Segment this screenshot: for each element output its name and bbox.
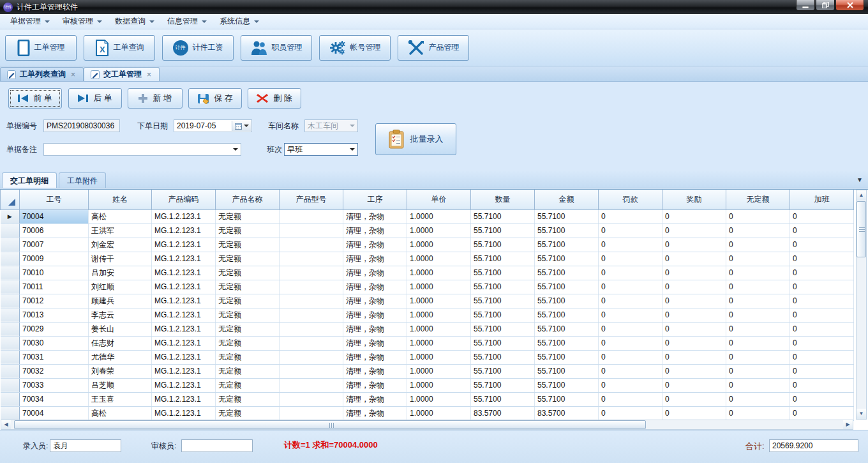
table-cell[interactable]: 55.7100: [535, 224, 599, 238]
table-cell[interactable]: 0: [726, 224, 790, 238]
table-cell[interactable]: [280, 350, 343, 364]
remark-combobox[interactable]: [43, 143, 241, 156]
table-cell[interactable]: 0: [726, 308, 790, 322]
table-cell[interactable]: 70013: [20, 308, 89, 322]
table-cell[interactable]: 0: [662, 224, 726, 238]
table-cell[interactable]: [280, 252, 343, 266]
table-cell[interactable]: 王玉喜: [89, 392, 152, 406]
table-cell[interactable]: 1.0000: [407, 294, 471, 308]
table-cell[interactable]: 70004: [20, 406, 89, 420]
column-header[interactable]: 姓名: [89, 190, 152, 209]
table-cell[interactable]: 0: [599, 392, 662, 406]
tab-work-order-attachment[interactable]: 工单附件: [59, 172, 106, 188]
table-cell[interactable]: 0: [599, 350, 662, 364]
menu-order-management[interactable]: 单据管理: [4, 14, 56, 29]
table-cell[interactable]: 55.7100: [535, 392, 599, 406]
scroll-right-button[interactable]: ▶: [843, 420, 853, 429]
table-cell[interactable]: 1.0000: [407, 392, 471, 406]
table-cell[interactable]: [280, 308, 343, 322]
row-selector[interactable]: [1, 266, 20, 280]
row-selector[interactable]: [1, 238, 20, 252]
table-cell[interactable]: MG.1.2.123.1: [152, 336, 216, 350]
table-cell[interactable]: [280, 294, 343, 308]
table-cell[interactable]: 吕芝顺: [89, 378, 152, 392]
table-cell[interactable]: 0: [599, 266, 662, 280]
table-cell[interactable]: [280, 209, 343, 224]
workshop-select[interactable]: 木工车间: [304, 119, 358, 132]
table-cell[interactable]: [280, 280, 343, 294]
menu-info-management[interactable]: 信息管理: [161, 14, 213, 29]
table-cell[interactable]: MG.1.2.123.1: [152, 238, 216, 252]
table-cell[interactable]: 55.7100: [535, 252, 599, 266]
table-cell[interactable]: 55.7100: [535, 294, 599, 308]
table-cell[interactable]: 1.0000: [407, 238, 471, 252]
table-cell[interactable]: 李志云: [89, 308, 152, 322]
table-cell[interactable]: 0: [662, 336, 726, 350]
table-cell[interactable]: 1.0000: [407, 350, 471, 364]
table-cell[interactable]: 0: [726, 252, 790, 266]
table-cell[interactable]: 1.0000: [407, 336, 471, 350]
table-cell[interactable]: 0: [790, 350, 854, 364]
table-cell[interactable]: 任志财: [89, 336, 152, 350]
table-cell[interactable]: 55.7100: [471, 392, 535, 406]
table-cell[interactable]: 刘春荣: [89, 364, 152, 378]
table-cell[interactable]: 0: [662, 350, 726, 364]
order-no-field[interactable]: PMS201908030036: [43, 119, 120, 132]
table-cell[interactable]: MG.1.2.123.1: [152, 392, 216, 406]
table-cell[interactable]: 0: [599, 336, 662, 350]
menu-audit-management[interactable]: 审核管理: [56, 14, 108, 29]
table-cell[interactable]: 0: [790, 406, 854, 420]
table-cell[interactable]: 55.7100: [535, 238, 599, 252]
minimize-button[interactable]: [796, 0, 815, 11]
table-cell[interactable]: 吕加安: [89, 266, 152, 280]
table-cell[interactable]: 无定额: [216, 406, 280, 420]
next-order-button[interactable]: 后 单: [68, 88, 122, 109]
order-date-field[interactable]: 2019-07-05: [174, 119, 252, 132]
tab-delivery-order-detail[interactable]: 交工单明细: [2, 172, 57, 188]
table-cell[interactable]: 0: [790, 280, 854, 294]
table-cell[interactable]: 无定额: [216, 308, 280, 322]
table-cell[interactable]: 清理，杂物: [343, 266, 407, 280]
table-cell[interactable]: 0: [662, 266, 726, 280]
table-cell[interactable]: 顾建兵: [89, 294, 152, 308]
table-cell[interactable]: 清理，杂物: [343, 308, 407, 322]
table-cell[interactable]: 清理，杂物: [343, 294, 407, 308]
piecework-wage-button[interactable]: 计件 计件工资: [162, 35, 234, 61]
table-cell[interactable]: 清理，杂物: [343, 252, 407, 266]
table-cell[interactable]: MG.1.2.123.1: [152, 308, 216, 322]
column-header[interactable]: 加班: [790, 190, 854, 209]
row-selector[interactable]: [1, 378, 20, 392]
table-cell[interactable]: 清理，杂物: [343, 406, 407, 420]
table-cell[interactable]: 清理，杂物: [343, 238, 407, 252]
table-cell[interactable]: 1.0000: [407, 224, 471, 238]
table-cell[interactable]: 83.5700: [535, 406, 599, 420]
table-cell[interactable]: 0: [726, 350, 790, 364]
table-cell[interactable]: 70032: [20, 364, 89, 378]
table-cell[interactable]: MG.1.2.123.1: [152, 406, 216, 420]
table-cell[interactable]: 0: [790, 294, 854, 308]
table-cell[interactable]: 0: [726, 238, 790, 252]
work-order-management-button[interactable]: 工单管理: [5, 35, 77, 61]
table-cell[interactable]: 无定额: [216, 209, 280, 224]
table-cell[interactable]: 姜长山: [89, 322, 152, 336]
previous-order-button[interactable]: 前 单: [8, 88, 62, 109]
table-cell[interactable]: 无定额: [216, 294, 280, 308]
table-cell[interactable]: 0: [599, 322, 662, 336]
table-cell[interactable]: MG.1.2.123.1: [152, 364, 216, 378]
table-cell[interactable]: 70007: [20, 238, 89, 252]
table-cell[interactable]: 55.7100: [471, 350, 535, 364]
table-cell[interactable]: 无定额: [216, 224, 280, 238]
table-cell[interactable]: 0: [790, 209, 854, 224]
table-cell[interactable]: 0: [662, 294, 726, 308]
table-cell[interactable]: 清理，杂物: [343, 336, 407, 350]
table-cell[interactable]: 无定额: [216, 392, 280, 406]
column-header[interactable]: 工号: [20, 190, 89, 209]
column-header[interactable]: 奖励: [662, 190, 726, 209]
table-cell[interactable]: 55.7100: [535, 308, 599, 322]
table-cell[interactable]: 70030: [20, 336, 89, 350]
table-cell[interactable]: 55.7100: [471, 322, 535, 336]
scroll-up-button[interactable]: ▲: [857, 190, 866, 201]
table-cell[interactable]: 70004: [20, 209, 89, 224]
vertical-scroll-thumb[interactable]: [857, 201, 866, 257]
table-cell[interactable]: 清理，杂物: [343, 350, 407, 364]
